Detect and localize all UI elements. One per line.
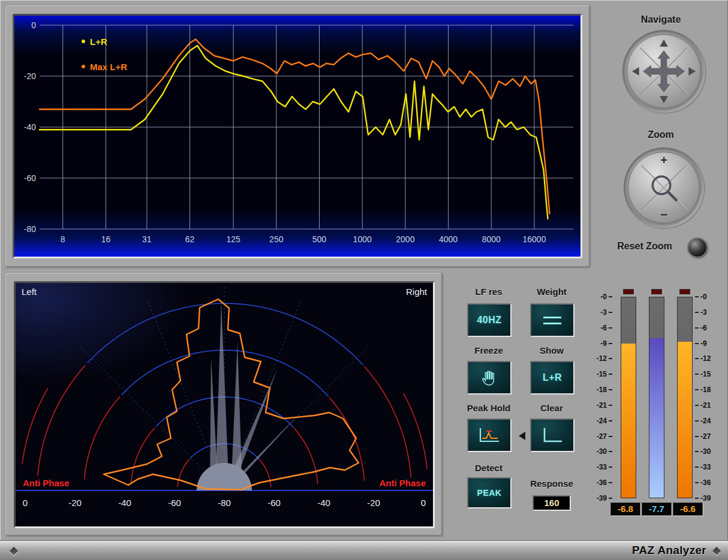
meter-bar-mid [649, 297, 664, 498]
polar-tick-label: -60 [267, 498, 281, 508]
lf-res-value: 40HZ [477, 315, 501, 326]
y-tick-label: -20 [24, 71, 36, 81]
meter-scale-label: -36 [695, 479, 719, 486]
polar-arc [38, 365, 85, 475]
meter-scale-label: -0 [695, 293, 719, 300]
peak-hold-button[interactable] [467, 419, 512, 452]
legend-item: L+R [82, 34, 127, 49]
navigate-arrows-icon [627, 35, 700, 108]
phase-panel: 0-20-40-60-80-60-40-200 Left Right Anti … [5, 272, 443, 536]
polar-center-hub [197, 463, 252, 490]
lf-res-button[interactable]: 40HZ [467, 303, 512, 337]
controls-panel: LF res Weight 40HZ Freeze Show L+R Peak … [443, 272, 728, 537]
clear-label: Clear [526, 403, 577, 413]
meter-scale-label: -21 [695, 402, 719, 409]
meter-scale-label: -15 [695, 371, 719, 378]
polar-arc [85, 396, 120, 479]
meter-scale-label: -9 [695, 340, 719, 347]
freeze-hand-icon [479, 368, 500, 388]
meter-scale-label: -6 [695, 324, 719, 332]
weight-button[interactable] [530, 303, 574, 337]
polar-left-label: Left [22, 287, 37, 297]
clip-led-left [623, 289, 634, 294]
peak-hold-select-arrow [519, 432, 525, 440]
polar-arc [404, 393, 427, 469]
meter-scale-label: -36 [588, 479, 612, 486]
meter-scale-label: -0 [588, 293, 612, 300]
paz-analyzer-window: 81631621252505001000200040008000160000-2… [0, 0, 728, 560]
show-label: Show [526, 345, 577, 356]
peak-hold-graph-icon [477, 426, 502, 445]
reset-zoom-button[interactable] [687, 237, 708, 258]
y-tick-label: -40 [24, 122, 36, 132]
plugin-title: PAZ Analyzer [632, 544, 706, 557]
navigate-label: Navigate [619, 14, 703, 25]
polar-arc [22, 389, 48, 464]
x-tick-label: 4000 [439, 234, 458, 244]
x-tick-label: 16 [101, 234, 111, 244]
diamond-icon-right [712, 547, 721, 555]
energy-spike [215, 302, 229, 490]
meter-scale-label: -39 [695, 495, 719, 502]
x-tick-label: 16000 [523, 234, 546, 244]
polar-tick-label: -80 [218, 498, 231, 508]
phase-display: 0-20-40-60-80-60-40-200 Left Right Anti … [14, 281, 435, 528]
antiphase-label-left: Anti Phase [23, 478, 70, 488]
zoom-in-button[interactable]: + [628, 153, 699, 167]
polar-arc [122, 350, 329, 396]
zoom-out-button[interactable]: − [628, 208, 699, 222]
meter-scale-label: -3 [695, 309, 719, 316]
freeze-button[interactable] [467, 361, 512, 395]
meter-fill [678, 342, 692, 498]
title-bar: PAZ Analyzer [0, 540, 728, 560]
x-tick-label: 8 [61, 234, 65, 244]
meter-bar-left [621, 297, 636, 498]
meter-scale-label: -6 [588, 324, 612, 332]
detect-value: PEAK [477, 488, 502, 498]
meter-scale-label: -3 [588, 309, 612, 316]
navigate-pad[interactable] [627, 34, 701, 109]
polar-tick-label: -60 [168, 498, 181, 508]
meter-scale-label: -39 [588, 495, 612, 502]
clear-button[interactable] [530, 419, 574, 452]
meter-scale-label: -30 [588, 448, 612, 455]
polar-tick-label: -40 [118, 498, 131, 508]
legend-label: L+R [90, 37, 107, 47]
y-tick-label: -80 [24, 224, 36, 234]
meter-scale-right: -0-3-6-9-12-15-18-21-24-27-30-33-36-39 [695, 293, 719, 502]
spectrum-legend: L+RMax L+R [82, 34, 127, 84]
legend-label: Max L+R [90, 62, 127, 72]
meter-readout-right: -6.6 [673, 502, 703, 516]
meter-scale-label: -12 [588, 355, 612, 362]
y-tick-label: -60 [24, 173, 36, 183]
antiphase-label-right: Anti Phase [379, 478, 426, 488]
polar-right-label: Right [406, 287, 427, 297]
navigate-pad-well [622, 30, 705, 113]
response-label: Response [522, 478, 582, 489]
meter-scale-label: -27 [695, 433, 719, 440]
response-value[interactable]: 160 [533, 495, 571, 511]
spectrum-display: 81631621252505001000200040008000160000-2… [13, 14, 582, 258]
x-tick-label: 2000 [396, 234, 414, 244]
polar-tick-label: 0 [23, 498, 28, 508]
phase-chart: 0-20-40-60-80-60-40-200 [16, 283, 433, 526]
show-button[interactable]: L+R [530, 361, 574, 395]
meter-scale-label: -30 [695, 448, 719, 455]
meter-scale-label: -27 [588, 433, 612, 440]
zoom-label: Zoom [619, 130, 703, 140]
y-tick-label: 0 [31, 20, 36, 30]
zoom-pad[interactable]: + − [628, 152, 700, 224]
show-value: L+R [543, 372, 562, 383]
meter-scale-label: -12 [695, 355, 719, 362]
freeze-label: Freeze [463, 345, 515, 356]
spectrum-panel: 81631621252505001000200040008000160000-2… [5, 5, 590, 267]
meter-scale-label: -18 [588, 386, 612, 393]
polar-tick-label: -40 [317, 498, 330, 508]
x-tick-label: 31 [142, 234, 152, 244]
x-tick-label: 250 [269, 234, 284, 244]
detect-button[interactable]: PEAK [467, 477, 512, 508]
weight-label: Weight [526, 287, 577, 297]
x-tick-label: 62 [185, 234, 195, 244]
polar-tick-label: 0 [421, 498, 426, 508]
x-tick-label: 1000 [353, 234, 372, 244]
